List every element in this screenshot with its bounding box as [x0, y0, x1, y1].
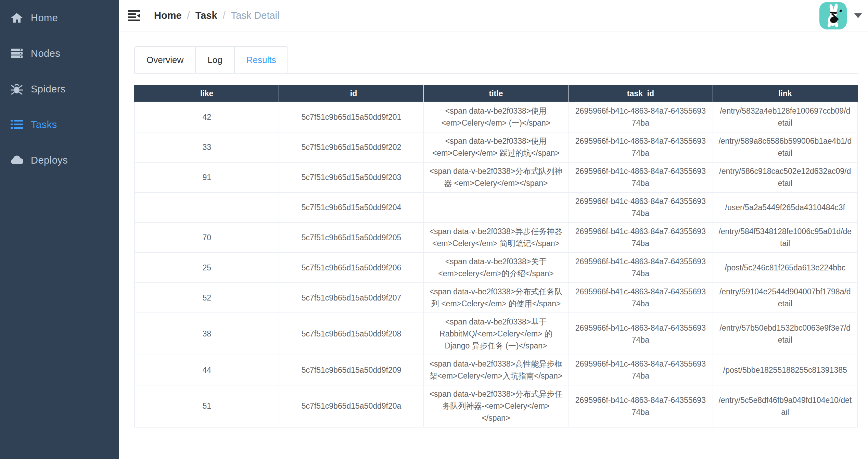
cell-id: 5c7f51c9b65d15a50dd9f206 — [279, 253, 423, 283]
table-row: 525c7f51c9b65d15a50dd9f207<span data-v-b… — [135, 283, 857, 313]
tab-overview[interactable]: Overview — [135, 47, 195, 74]
cell-taskid: 2695966f-b41c-4863-84a7-6435569374ba — [568, 102, 713, 132]
cell-taskid: 2695966f-b41c-4863-84a7-6435569374ba — [568, 162, 713, 192]
cell-link: /entry/589a8c6586b599006b1ae4b1/detail — [713, 132, 857, 162]
cell-title: <span data-v-be2f0338>使用 <em>Celery</em>… — [424, 132, 568, 162]
cell-taskid: 2695966f-b41c-4863-84a7-6435569374ba — [568, 222, 713, 253]
sidebar: Home Nodes — [0, 0, 119, 459]
cell-link: /post/5c246c81f265da613e224bbc — [713, 253, 857, 283]
cell-title: <span data-v-be2f0338>异步任务神器 <em>Celery<… — [424, 222, 568, 253]
column-header-title: title — [424, 85, 568, 102]
sidebar-item-home[interactable]: Home — [0, 0, 119, 36]
cell-like: 33 — [135, 132, 279, 162]
tab-group: Overview Log Results — [134, 46, 288, 73]
tab-bar: Overview Log Results — [134, 46, 858, 74]
cell-taskid: 2695966f-b41c-4863-84a7-6435569374ba — [568, 283, 713, 313]
sidebar-item-spiders[interactable]: Spiders — [0, 71, 119, 107]
cell-like: 25 — [135, 253, 279, 283]
cell-title: <span data-v-be2f0338>高性能异步框架<em>Celery<… — [424, 355, 568, 385]
cell-title: <span data-v-be2f0338>基于RabbitMQ/<em>Cel… — [424, 313, 568, 355]
cell-title — [424, 192, 568, 222]
menu-fold-icon[interactable] — [127, 9, 142, 23]
sidebar-item-label: Nodes — [31, 48, 60, 59]
tab-log[interactable]: Log — [195, 47, 234, 74]
cell-taskid: 2695966f-b41c-4863-84a7-6435569374ba — [568, 355, 713, 385]
table-row: 705c7f51c9b65d15a50dd9f205<span data-v-b… — [135, 222, 857, 253]
column-header-like: like — [135, 85, 279, 102]
chevron-down-icon[interactable] — [854, 13, 862, 18]
cell-id: 5c7f51c9b65d15a50dd9f208 — [279, 313, 423, 355]
cell-id: 5c7f51c9b65d15a50dd9f202 — [279, 132, 423, 162]
cell-like: 51 — [135, 385, 279, 427]
cell-link: /user/5a2a5449f265da4310484c3f — [713, 192, 857, 222]
cell-id: 5c7f51c9b65d15a50dd9f201 — [279, 102, 423, 132]
tasks-icon — [10, 119, 23, 130]
cell-title: <span data-v-be2f0338>使用 <em>Celery</em>… — [424, 102, 568, 132]
column-header-task-id: task_id — [568, 85, 713, 102]
cell-title: <span data-v-be2f0338>分布式队列神器 <em>Celery… — [424, 162, 568, 192]
cell-id: 5c7f51c9b65d15a50dd9f20a — [279, 385, 423, 427]
avatar[interactable] — [819, 2, 847, 29]
sidebar-item-deploys[interactable]: Deploys — [0, 142, 119, 178]
table-row: 515c7f51c9b65d15a50dd9f20a<span data-v-b… — [135, 385, 857, 427]
spider-icon — [10, 83, 23, 95]
breadcrumb-separator: / — [187, 10, 190, 21]
top-navbar: Home / Task / Task Detail — [119, 0, 868, 31]
cell-like: 44 — [135, 355, 279, 385]
table-row: 425c7f51c9b65d15a50dd9f201<span data-v-b… — [135, 102, 857, 132]
results-table-body: 425c7f51c9b65d15a50dd9f201<span data-v-b… — [135, 102, 857, 427]
cell-taskid: 2695966f-b41c-4863-84a7-6435569374ba — [568, 385, 713, 427]
navbar-right — [819, 2, 862, 29]
cell-taskid: 2695966f-b41c-4863-84a7-6435569374ba — [568, 132, 713, 162]
table-row: 335c7f51c9b65d15a50dd9f202<span data-v-b… — [135, 132, 857, 162]
rabbit-guitar-logo — [827, 3, 842, 28]
sidebar-item-label: Deploys — [31, 155, 68, 166]
breadcrumb-item-task-detail: Task Detail — [231, 10, 280, 21]
table-row: 255c7f51c9b65d15a50dd9f206<span data-v-b… — [135, 253, 857, 283]
column-header-id: _id — [279, 85, 423, 102]
cell-like: 42 — [135, 102, 279, 132]
cell-link: /entry/5832a4eb128fe100697ccb09/detail — [713, 102, 857, 132]
sidebar-item-label: Home — [31, 12, 58, 24]
cell-like — [135, 192, 279, 222]
breadcrumb: Home / Task / Task Detail — [154, 10, 279, 21]
cell-like: 70 — [135, 222, 279, 253]
cell-link: /post/5bbe18255188255c81391385 — [713, 355, 857, 385]
cell-title: <span data-v-be2f0338>分布式异步任务队列神器-<em>Ce… — [424, 385, 568, 427]
cell-like: 52 — [135, 283, 279, 313]
task-detail-content: Overview Log Results like _id title task… — [119, 31, 868, 459]
cell-id: 5c7f51c9b65d15a50dd9f209 — [279, 355, 423, 385]
breadcrumb-item-home[interactable]: Home — [154, 10, 182, 21]
cell-id: 5c7f51c9b65d15a50dd9f204 — [279, 192, 423, 222]
table-row: 5c7f51c9b65d15a50dd9f2042695966f-b41c-48… — [135, 192, 857, 222]
cell-taskid: 2695966f-b41c-4863-84a7-6435569374ba — [568, 313, 713, 355]
cell-link: /entry/5c5e8df46fb9a049fd104e10/detail — [713, 385, 857, 427]
tab-results[interactable]: Results — [234, 47, 288, 74]
sidebar-item-tasks[interactable]: Tasks — [0, 107, 119, 142]
cell-link: /entry/584f5348128fe1006c95a01d/detail — [713, 222, 857, 253]
breadcrumb-item-task[interactable]: Task — [195, 10, 217, 21]
cell-id: 5c7f51c9b65d15a50dd9f207 — [279, 283, 423, 313]
cell-like: 38 — [135, 313, 279, 355]
sidebar-item-label: Spiders — [31, 84, 66, 95]
header-row: like _id title task_id link — [135, 85, 857, 102]
breadcrumb-separator: / — [223, 10, 226, 21]
table-row: 445c7f51c9b65d15a50dd9f209<span data-v-b… — [135, 355, 857, 385]
cell-title: <span data-v-be2f0338>关于 <em>celery</em>… — [424, 253, 568, 283]
deploys-icon — [10, 154, 23, 166]
cell-taskid: 2695966f-b41c-4863-84a7-6435569374ba — [568, 192, 713, 222]
cell-link: /entry/59104e2544d904007bf1798a/detail — [713, 283, 857, 313]
cell-id: 5c7f51c9b65d15a50dd9f205 — [279, 222, 423, 253]
cell-link: /entry/586c918cac502e12d632ac09/detail — [713, 162, 857, 192]
nodes-icon — [10, 48, 23, 59]
cell-link: /entry/57b50ebd1532bc0063e9f3e7/detail — [713, 313, 857, 355]
results-table: like _id title task_id link 425c7f51c9b6… — [134, 85, 858, 428]
cell-title: <span data-v-be2f0338>分布式任务队列 <em>Celery… — [424, 283, 568, 313]
cell-id: 5c7f51c9b65d15a50dd9f203 — [279, 162, 423, 192]
table-row: 385c7f51c9b65d15a50dd9f208<span data-v-b… — [135, 313, 857, 355]
home-icon — [10, 12, 23, 24]
app-root: Home Nodes — [0, 0, 868, 459]
cell-taskid: 2695966f-b41c-4863-84a7-6435569374ba — [568, 253, 713, 283]
sidebar-item-nodes[interactable]: Nodes — [0, 36, 119, 71]
results-table-head: like _id title task_id link — [135, 85, 857, 102]
